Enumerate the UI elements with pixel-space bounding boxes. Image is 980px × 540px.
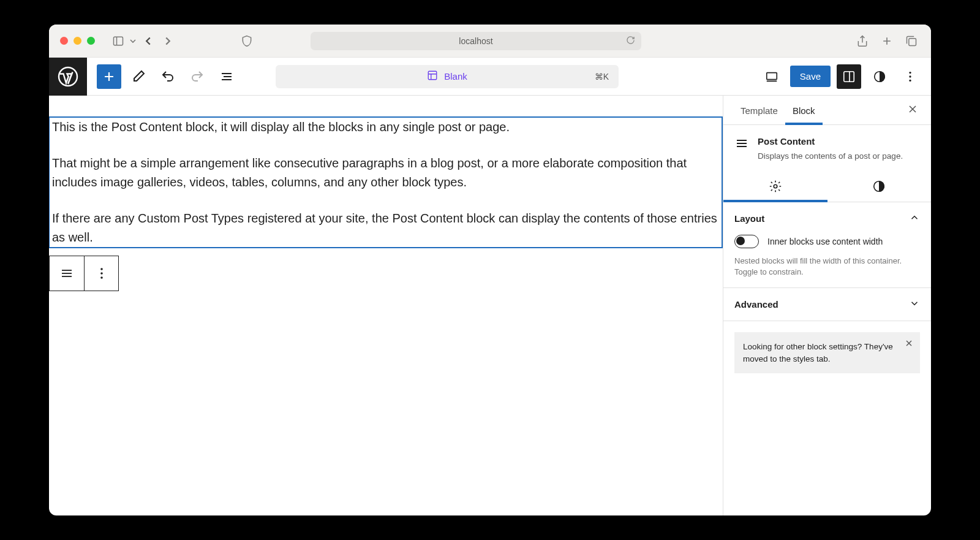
chevron-up-icon[interactable]: [909, 212, 920, 225]
minimize-window-button[interactable]: [74, 37, 81, 45]
block-title: Post Content: [758, 136, 903, 146]
shield-icon[interactable]: [238, 32, 255, 50]
close-sidebar-button[interactable]: [907, 103, 921, 118]
tabs-overview-icon[interactable]: [903, 32, 920, 50]
notice-text: Looking for other block settings? They'v…: [743, 342, 893, 363]
document-switcher[interactable]: Blank ⌘K: [276, 65, 619, 88]
editor-canvas[interactable]: This is the Post Content block, it will …: [49, 96, 723, 515]
settings-panel-button[interactable]: [837, 64, 861, 89]
url-bar[interactable]: localhost: [311, 32, 641, 50]
sidebar-tabs: Template Block: [723, 96, 931, 125]
view-button[interactable]: [760, 64, 784, 89]
document-title: Blank: [444, 71, 467, 82]
refresh-icon[interactable]: [626, 36, 635, 47]
editor-toolbar: Blank ⌘K Save: [49, 58, 931, 96]
toggle-hint: Nested blocks will fill the width of thi…: [734, 256, 920, 278]
maximize-window-button[interactable]: [87, 37, 95, 45]
svg-rect-15: [767, 72, 777, 79]
svg-point-34: [774, 184, 777, 188]
dismiss-notice-button[interactable]: [904, 338, 914, 352]
svg-point-26: [100, 268, 103, 270]
settings-moved-notice: Looking for other block settings? They'v…: [734, 332, 920, 373]
paragraph[interactable]: If there are any Custom Post Types regis…: [50, 209, 722, 247]
redo-button[interactable]: [185, 64, 209, 89]
block-card: Post Content Displays the contents of a …: [723, 125, 931, 171]
block-type-button[interactable]: [50, 256, 84, 291]
template-icon: [427, 70, 438, 83]
post-content-block[interactable]: This is the Post Content block, it will …: [49, 116, 723, 248]
list-view-button[interactable]: [214, 64, 239, 89]
block-description: Displays the contents of a post or page.: [758, 150, 903, 162]
chevron-down-icon: [909, 298, 920, 311]
paragraph[interactable]: That might be a simple arrangement like …: [50, 154, 722, 192]
save-button[interactable]: Save: [790, 66, 831, 87]
traffic-lights: [60, 37, 95, 45]
browser-toolbar: localhost: [49, 25, 931, 58]
share-icon[interactable]: [854, 32, 871, 50]
tab-template[interactable]: Template: [733, 96, 785, 124]
edit-mode-button[interactable]: [126, 64, 151, 89]
editor-body: This is the Post Content block, it will …: [49, 96, 931, 515]
options-button[interactable]: [898, 64, 922, 89]
svg-point-21: [909, 75, 911, 77]
add-block-button[interactable]: [97, 64, 121, 89]
block-toolbar: [49, 256, 119, 291]
command-shortcut: ⌘K: [595, 72, 609, 82]
advanced-panel[interactable]: Advanced: [723, 288, 931, 321]
svg-point-27: [100, 272, 103, 275]
url-text: localhost: [459, 36, 492, 46]
close-window-button[interactable]: [60, 37, 68, 45]
tab-block[interactable]: Block: [785, 96, 823, 124]
post-content-icon: [734, 136, 749, 162]
forward-button[interactable]: [159, 32, 177, 50]
toggle-label: Inner blocks use content width: [767, 237, 883, 246]
sidebar-toggle-icon[interactable]: [110, 32, 127, 50]
svg-point-20: [909, 71, 911, 73]
wordpress-logo[interactable]: [49, 58, 87, 96]
styles-button[interactable]: [867, 64, 892, 89]
undo-button[interactable]: [156, 64, 180, 89]
back-button[interactable]: [139, 32, 157, 50]
content-width-toggle[interactable]: [734, 235, 759, 248]
inspector-subtabs: [723, 171, 931, 202]
svg-point-22: [909, 79, 911, 81]
svg-rect-0: [114, 37, 123, 45]
new-tab-icon[interactable]: [878, 32, 895, 50]
layout-title: Layout: [734, 213, 764, 224]
advanced-title: Advanced: [734, 299, 778, 310]
block-options-button[interactable]: [84, 256, 118, 291]
svg-rect-17: [844, 71, 854, 82]
styles-subtab[interactable]: [827, 171, 932, 202]
paragraph[interactable]: This is the Post Content block, it will …: [50, 118, 722, 137]
chevron-down-icon[interactable]: [128, 32, 138, 50]
settings-subtab[interactable]: [723, 171, 827, 202]
svg-rect-5: [909, 38, 916, 45]
layout-panel: Layout Inner blocks use content width Ne…: [723, 202, 931, 288]
settings-sidebar: Template Block Post Content Displays the…: [723, 96, 931, 515]
svg-point-28: [100, 276, 103, 279]
browser-window: localhost: [49, 25, 931, 515]
svg-rect-12: [428, 71, 437, 80]
